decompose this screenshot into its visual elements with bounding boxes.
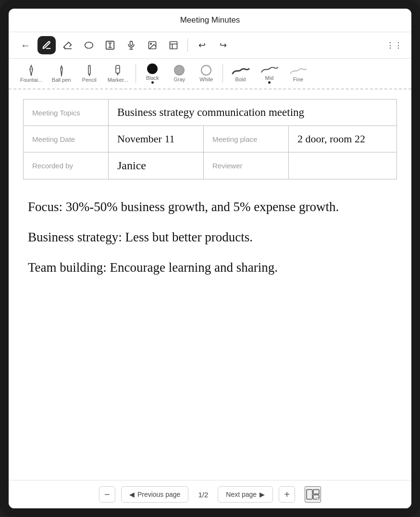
- next-page-button[interactable]: Next page ▶: [218, 486, 273, 503]
- fountain-pen-label: Fountai...: [20, 77, 42, 83]
- previous-page-button[interactable]: ◀ Previous page: [121, 486, 189, 503]
- meeting-date-label: Meeting Date: [24, 126, 109, 152]
- reviewer-value[interactable]: [289, 152, 397, 179]
- svg-point-0: [85, 42, 93, 49]
- table-row: Meeting Date November 11 Meeting place 2…: [24, 126, 397, 152]
- meeting-date-text: November 11: [117, 133, 175, 145]
- ball-pen-tool[interactable]: Ball pen: [48, 63, 75, 85]
- mid-weight-tool[interactable]: Mid: [256, 62, 283, 86]
- bold-label: Bold: [235, 76, 246, 82]
- back-button[interactable]: ←: [16, 36, 35, 54]
- meeting-table: Meeting Topics Business strategy communi…: [23, 99, 397, 179]
- redo-button[interactable]: ↪: [214, 36, 232, 54]
- text-button[interactable]: [101, 36, 119, 54]
- divider-1: [187, 38, 188, 52]
- black-color-tool[interactable]: Black: [140, 62, 165, 86]
- fountain-pen-tool[interactable]: Fountai...: [16, 63, 46, 85]
- recorded-by-label: Recorded by: [24, 152, 109, 179]
- svg-rect-12: [88, 65, 90, 74]
- layout-icon: [306, 489, 320, 500]
- screen: Meeting Minutes ←: [9, 9, 411, 508]
- undo-button[interactable]: ↩: [193, 36, 211, 54]
- bold-stroke-icon: [231, 65, 250, 76]
- bottom-bar: − ◀ Previous page 1/2 Next page ▶ +: [9, 480, 411, 508]
- white-color-label: White: [199, 76, 213, 82]
- marker-tool[interactable]: Marker...: [104, 63, 132, 85]
- meeting-topics-text: Business strategy communication meeting: [117, 106, 304, 118]
- white-color-tool[interactable]: White: [194, 63, 219, 84]
- meeting-place-value[interactable]: 2 door, room 22: [289, 126, 397, 152]
- back-icon: ←: [21, 40, 30, 51]
- secondary-toolbar: Fountai... Ball pen Pencil: [9, 59, 411, 89]
- image-icon: [147, 40, 158, 50]
- app-title: Meeting Minutes: [180, 15, 240, 25]
- mid-stroke-icon: [259, 63, 279, 75]
- gray-color-label: Gray: [174, 76, 185, 82]
- layout-button[interactable]: [305, 486, 321, 503]
- fountain-pen-icon: [26, 64, 37, 77]
- prev-arrow-icon: ◀: [129, 491, 135, 498]
- next-arrow-icon: ▶: [259, 491, 265, 498]
- lasso-button[interactable]: [80, 36, 98, 54]
- redo-icon: ↪: [220, 40, 227, 50]
- svg-point-10: [30, 75, 32, 76]
- svg-point-6: [150, 43, 152, 45]
- svg-rect-2: [130, 41, 133, 46]
- main-toolbar: ←: [9, 32, 411, 59]
- pen-icon: [42, 40, 51, 50]
- bold-weight-tool[interactable]: Bold: [227, 63, 254, 84]
- white-color-swatch: [201, 65, 211, 76]
- svg-rect-16: [307, 490, 312, 499]
- page-content: Meeting Topics Business strategy communi…: [9, 89, 411, 480]
- marker-label: Marker...: [108, 77, 128, 83]
- pencil-icon: [84, 64, 95, 77]
- handwritten-notes: Focus: 30%-50% business growth, and 5% e…: [23, 194, 397, 281]
- title-bar: Meeting Minutes: [9, 9, 411, 32]
- selected-indicator: [151, 81, 154, 84]
- page-indicator: 1/2: [194, 491, 212, 499]
- meeting-date-value[interactable]: November 11: [109, 126, 204, 152]
- zoom-out-button[interactable]: −: [99, 486, 115, 503]
- meeting-place-text: 2 door, room 22: [297, 133, 365, 145]
- recorded-by-value[interactable]: Janice: [109, 152, 204, 179]
- meeting-topics-label: Meeting Topics: [24, 100, 109, 126]
- more-icon: ⋮⋮: [386, 41, 403, 50]
- mid-selected-indicator: [268, 81, 271, 84]
- color-divider: [136, 64, 136, 83]
- meeting-topics-value[interactable]: Business strategy communication meeting: [109, 100, 397, 126]
- note-line-2: Business strategy: Less but better produ…: [28, 229, 392, 246]
- weight-divider: [222, 64, 223, 83]
- text-icon: [105, 40, 115, 50]
- fine-weight-tool[interactable]: Fine: [284, 63, 311, 84]
- fine-label: Fine: [293, 76, 303, 82]
- image-button[interactable]: [143, 36, 161, 54]
- template-button[interactable]: [164, 36, 183, 54]
- table-row: Meeting Topics Business strategy communi…: [24, 100, 397, 126]
- pencil-tool[interactable]: Pencil: [77, 63, 102, 85]
- meeting-place-label: Meeting place: [203, 126, 288, 152]
- eraser-icon: [62, 40, 73, 50]
- note-line-3: Team building: Encourage learning and sh…: [28, 259, 392, 276]
- pen-tool-button[interactable]: [37, 36, 56, 54]
- svg-rect-7: [170, 42, 177, 49]
- audio-button[interactable]: [122, 36, 140, 54]
- more-button[interactable]: ⋮⋮: [385, 36, 404, 54]
- device-frame: Meeting Minutes ←: [0, 0, 420, 517]
- svg-rect-17: [313, 490, 319, 494]
- svg-rect-14: [116, 65, 120, 73]
- fine-stroke-icon: [288, 65, 308, 76]
- add-icon: +: [284, 489, 290, 500]
- eraser-button[interactable]: [59, 36, 77, 54]
- gray-color-tool[interactable]: Gray: [167, 63, 192, 84]
- reviewer-label: Reviewer: [203, 152, 288, 179]
- gray-color-swatch: [174, 65, 185, 76]
- recorded-by-text: Janice: [117, 159, 146, 172]
- add-page-button[interactable]: +: [279, 486, 295, 503]
- pencil-label: Pencil: [82, 77, 97, 83]
- content-area: Meeting Topics Business strategy communi…: [9, 89, 411, 480]
- ball-pen-label: Ball pen: [52, 77, 71, 83]
- ball-pen-icon: [56, 64, 67, 77]
- lasso-icon: [84, 40, 94, 50]
- microphone-icon: [126, 40, 136, 50]
- black-color-label: Black: [146, 75, 159, 81]
